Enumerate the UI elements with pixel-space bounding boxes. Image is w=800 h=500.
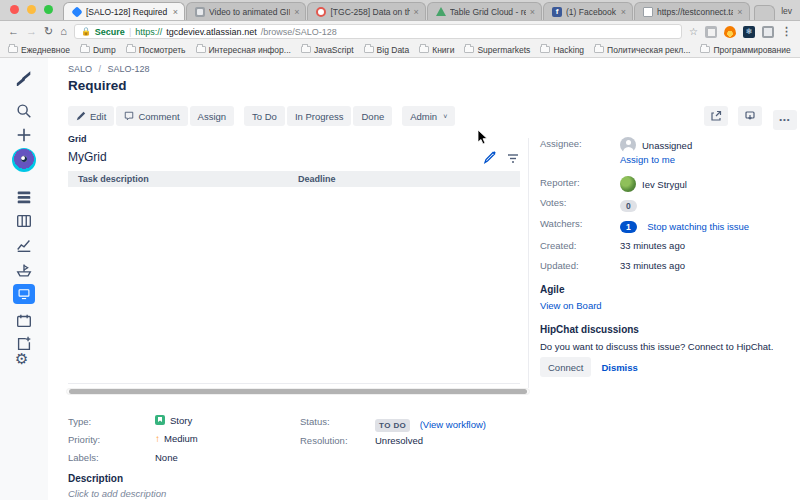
bookmark-folder[interactable]: Hacking [540,45,584,55]
grid-scrollbar-thumb[interactable] [69,389,527,394]
backlog-icon[interactable] [15,188,33,206]
reporter-label: Reporter: [540,177,580,188]
jira-logo-icon[interactable] [15,68,33,86]
watchers-label: Watchers: [540,218,582,229]
jira-favicon [71,6,82,17]
releases-ship-icon[interactable] [15,261,33,279]
tab-jira-issue[interactable]: [SALO-128] Required - JIRA × [63,2,185,20]
bookmark-folder[interactable]: Ежедневное [8,45,70,55]
votes-value[interactable]: 0 [620,195,637,213]
bookmark-folder[interactable]: Посмотреть [126,45,186,55]
back-icon[interactable]: ← [8,26,19,37]
tab-video-gif[interactable]: Video to animated GIF conv × [186,2,306,20]
done-button[interactable]: Done [353,106,392,126]
bookmark-folder[interactable]: Программирование [700,45,790,55]
reload-icon[interactable]: ↻ [44,26,53,37]
breadcrumb-separator: / [99,64,102,74]
mouse-cursor [477,129,489,145]
grid-filter-icon[interactable] [506,151,520,165]
admin-menu-button[interactable]: Admin˅ [402,106,455,126]
view-workflow-link[interactable]: (View workflow) [420,419,486,430]
labels-label: Labels: [68,452,99,463]
minimize-window-button[interactable] [27,5,36,14]
in-progress-button[interactable]: In Progress [287,106,352,126]
resolution-label: Resolution: [300,435,348,446]
extension-gray-icon[interactable] [762,26,774,38]
board-icon[interactable] [15,212,33,230]
extension-flame-icon[interactable] [724,26,736,38]
stop-watching-link[interactable]: Stop watching this issue [647,221,749,232]
tab-testconnect[interactable]: https://testconnect.tablegri × [634,2,750,20]
content-divider [528,138,529,388]
bookmark-folder[interactable]: Интересная инфор... [196,45,291,55]
more-actions-button[interactable]: ••• [773,110,797,130]
calendar-icon[interactable] [15,312,33,330]
tab-table-grid-cloud[interactable]: Table Grid Cloud - release × [427,2,542,20]
extension-snowflake-icon[interactable]: ❄ [743,26,755,38]
bookmark-folder[interactable]: Политическая рекл... [594,45,690,55]
connect-button[interactable]: Connect [540,357,591,377]
assign-to-me-link[interactable]: Assign to me [620,154,675,165]
resolution-value: Unresolved [375,435,423,446]
view-on-board-link[interactable]: View on Board [540,300,602,311]
dismiss-link[interactable]: Dismiss [601,362,637,373]
close-tab-icon[interactable]: × [173,7,178,17]
zoom-window-button[interactable] [44,5,53,14]
project-avatar[interactable] [12,148,36,172]
search-icon[interactable] [15,102,33,120]
close-tab-icon[interactable]: × [414,7,419,17]
create-plus-icon[interactable] [15,126,33,144]
browser-profile-name[interactable]: lev [779,6,800,20]
bookmark-folder[interactable]: Supermarkets [464,45,530,55]
bookmark-folder[interactable]: Big Data [364,45,410,55]
grid-name: MyGrid [68,150,107,164]
extension-cast-icon[interactable] [705,26,717,38]
watchers-badge[interactable]: 1 [620,221,637,233]
hipchat-actions: Connect Dismiss [540,357,638,377]
browser-toolbar: ← → ↻ ⌂ 🔒 Secure | https://tgcdeviev.atl… [0,21,800,42]
folder-icon [700,46,710,53]
comment-button[interactable]: Comment [116,106,187,126]
bookmark-folder[interactable]: Книги [419,45,454,55]
grid-edit-pencil-icon[interactable] [483,150,497,164]
folder-icon [540,46,550,53]
tab-tgc-258[interactable]: [TGC-258] Data on the grid × [307,2,425,20]
home-icon[interactable]: ⌂ [60,26,67,37]
settings-gear-icon[interactable]: ⚙ [15,350,33,368]
share-button[interactable] [704,106,728,126]
status-label: Status: [300,416,330,427]
url-host: tgcdeviev.atlassian.net [166,27,256,37]
close-window-button[interactable] [10,5,19,14]
close-tab-icon[interactable]: × [621,7,626,17]
tab-title: https://testconnect.tablegri [657,7,733,17]
votes-badge: 0 [620,200,637,212]
todo-button[interactable]: To Do [244,106,285,126]
description-placeholder[interactable]: Click to add description [68,488,166,499]
address-bar[interactable]: 🔒 Secure | https://tgcdeviev.atlassian.n… [74,24,682,39]
bookmark-folder[interactable]: Dump [80,45,116,55]
bookmark-star-icon[interactable]: ☆ [689,26,698,37]
bookmark-folder[interactable]: JavaScript [301,45,354,55]
reporter-avatar [620,176,636,192]
edit-button[interactable]: Edit [68,106,114,126]
new-tab-button[interactable] [754,5,776,20]
chrome-menu-icon[interactable]: ⋮ [781,25,792,38]
close-tab-icon[interactable]: × [530,7,535,17]
security-label[interactable]: Secure [95,27,125,37]
breadcrumb-project[interactable]: SALO [68,64,92,74]
forward-icon[interactable]: → [26,26,37,37]
reports-icon[interactable] [15,236,33,254]
export-button[interactable] [738,106,762,126]
tab-title: [SALO-128] Required - JIRA [86,7,169,17]
assign-button[interactable]: Assign [190,106,235,126]
breadcrumb-issue-key[interactable]: SALO-128 [108,64,150,74]
tab-facebook[interactable]: f (1) Facebook × [543,2,633,20]
close-tab-icon[interactable]: × [737,7,742,17]
comment-bubble-icon [124,111,134,121]
issues-active-icon[interactable] [13,284,35,304]
grid-table-body[interactable] [68,171,520,384]
story-type-icon [155,415,165,425]
grid-scrollbar-track [66,388,530,395]
close-tab-icon[interactable]: × [294,7,299,17]
share-icon [710,110,722,122]
